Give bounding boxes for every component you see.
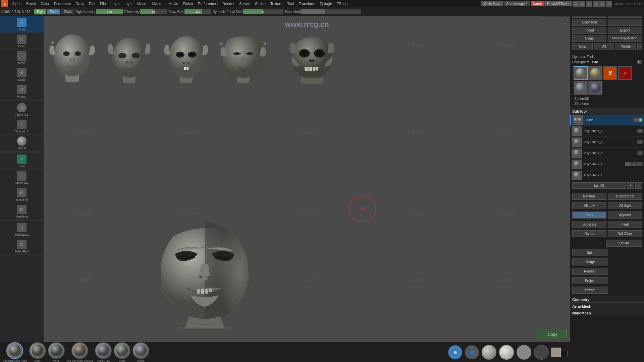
menu-texture[interactable]: Texture — [268, 1, 284, 6]
list-minus-icon[interactable]: − — [635, 182, 642, 189]
tool-selectlasso[interactable]: ∿ SelectLass — [0, 221, 44, 238]
delete-button[interactable]: Delete — [572, 230, 606, 237]
subtool-item-beads[interactable]: Beads — [570, 115, 644, 126]
hardsurface-button[interactable]: Narsh — [531, 1, 544, 6]
menu-zscript[interactable]: ZScript — [335, 1, 351, 6]
list-all-button[interactable]: List All — [572, 182, 626, 189]
subtool-item-polysphere1[interactable]: PolySphere_1 — [570, 170, 644, 181]
duplicate-button[interactable]: Duplicate — [572, 221, 606, 228]
split-button[interactable]: Split — [572, 249, 608, 256]
polysphere-r-btn[interactable]: R — [637, 60, 642, 64]
arraymesh-section-title[interactable]: ArrayMesh — [570, 303, 644, 309]
remesh-button[interactable]: Remesh — [572, 268, 608, 275]
canvas-corner-button[interactable]: □ — [564, 17, 570, 22]
extract-button[interactable]: Extract — [572, 287, 608, 294]
thumb-sphere-elias[interactable] — [574, 81, 588, 95]
brush-thumb-transdraw[interactable] — [95, 342, 112, 359]
brush-thumb-tripdayube[interactable] — [71, 342, 88, 359]
defaultscript-button[interactable]: Default/ZScript — [544, 1, 572, 6]
zsub-mode-button[interactable]: Zsub — [61, 9, 74, 14]
tool-masklasso[interactable]: ≡ MaskLaw — [0, 170, 44, 186]
brushmod-slider[interactable] — [301, 9, 361, 14]
subtool-item-polysphere6[interactable]: PolySphere_6 ■ ■ 👁 — [570, 159, 644, 170]
menu-picker[interactable]: Picker — [181, 1, 195, 6]
rename-button[interactable]: Rename — [572, 193, 606, 200]
tool-layer1[interactable]: ≡ L.tm — [0, 153, 44, 170]
menu-zplugin[interactable]: Zplugin — [318, 1, 334, 6]
brush-thumb-move[interactable] — [48, 342, 65, 359]
menu-document[interactable]: Document — [52, 1, 73, 6]
subtool-vis-ps6-1[interactable]: ■ — [625, 162, 631, 166]
thumb-polysphere[interactable] — [574, 66, 588, 80]
menu-alpha[interactable]: Alpha — [10, 1, 23, 6]
bottom-icon-1[interactable]: ⊕ — [448, 345, 462, 359]
all-low-button[interactable]: All Low — [572, 202, 606, 209]
menu-marker[interactable]: Marker — [150, 1, 166, 6]
seethrough-button[interactable]: See-through 0 — [503, 1, 530, 6]
material-sphere-icon[interactable] — [517, 345, 531, 360]
append-button[interactable]: Append — [608, 212, 642, 219]
clone-button[interactable]: Clone — [572, 35, 606, 42]
menu-draw[interactable]: Draw — [73, 1, 86, 6]
brush-thumb-mow[interactable] — [29, 342, 46, 359]
nanomesh-section-title[interactable]: NanoMesh — [570, 309, 644, 316]
brush-thumb-slash[interactable] — [114, 342, 130, 359]
copy-action-button[interactable]: Copy — [538, 330, 567, 339]
tool-texture[interactable]: T Texture .0 — [0, 118, 44, 135]
color-swatch-secondary[interactable] — [561, 351, 568, 357]
subtool-item-polysphere3[interactable]: PolySphere_3 👁 — [570, 126, 644, 137]
subtool-vis-ps3[interactable]: 👁 — [637, 129, 643, 133]
thumb-zspheres[interactable]: S — [603, 66, 617, 80]
subtool-item-polysphere5[interactable]: PolySphere_5 👁 — [570, 148, 644, 159]
copy-tool-input[interactable] — [608, 19, 642, 26]
color-swatch-main[interactable] — [551, 348, 561, 357]
subtool-eye-ps6[interactable]: 👁 — [637, 162, 643, 166]
goz-button[interactable]: GoZ — [572, 43, 593, 50]
geometry-section-title[interactable]: Geometry — [570, 296, 644, 303]
menu-stroke[interactable]: Stroke — [253, 1, 268, 6]
tool-rotate[interactable]: ↺ Rotate — [0, 83, 44, 100]
tool-scale[interactable]: ⟲ Scale — [0, 66, 44, 83]
auto-reorder-button[interactable]: AutoReorder — [608, 193, 642, 200]
menu-layer[interactable]: Layer — [109, 1, 122, 6]
menu-file[interactable]: File — [98, 1, 108, 6]
thumb-sphere3d[interactable] — [588, 66, 602, 80]
insert-button[interactable]: Insert — [608, 221, 642, 228]
canvas-area[interactable]: □ www.rrcg.cn 人人素材区 人人素材区 人人素材区 人人素材区 人人… — [44, 16, 570, 342]
tool-maskmat[interactable]: M MaskMat — [0, 203, 44, 220]
copy-tool-button[interactable]: Copy Tool — [572, 19, 606, 26]
tool-selectrect[interactable]: □ SelectRect — [0, 238, 44, 255]
copy-button[interactable]: Copy — [572, 212, 606, 219]
project-button[interactable]: Project — [572, 277, 608, 284]
sky-dome-icon[interactable] — [482, 345, 496, 360]
brush-thumb-inflate[interactable] — [132, 342, 149, 359]
menu-render[interactable]: Render — [220, 1, 236, 6]
icon-btn-1[interactable]: □ — [573, 1, 579, 7]
tool-move[interactable]: ↔ Move — [0, 50, 44, 66]
tool-material[interactable]: ● Mat .0 — [0, 135, 44, 152]
all-high-button[interactable]: All High — [608, 202, 642, 209]
rgb-intensity-slider[interactable]: 100 — [96, 9, 123, 14]
icon-btn-4[interactable]: □ — [593, 1, 599, 7]
rgb-mode-button[interactable]: Rgb — [34, 9, 46, 14]
tool-draw[interactable]: □ Draw — [0, 33, 44, 50]
thumb-polysolid[interactable] — [588, 81, 602, 95]
del-other-button[interactable]: Del Other — [608, 230, 642, 237]
icon-btn-2[interactable]: □ — [579, 1, 585, 7]
brush-thumb-standard[interactable] — [6, 342, 23, 359]
bottom-icon-2[interactable]: 👤 — [465, 345, 479, 359]
focal-shift-slider[interactable]: 0 — [243, 9, 283, 14]
menu-transform[interactable]: Transform — [297, 1, 317, 6]
subtool-item-polysphere4[interactable]: PolySphere_4 👁 — [570, 137, 644, 148]
list-plus-icon[interactable]: + — [627, 182, 634, 189]
del-all-button[interactable]: Del All — [606, 240, 642, 247]
subtool-vis-ps4[interactable]: 👁 — [637, 140, 643, 144]
menu-edit[interactable]: Edit — [87, 1, 97, 6]
menu-tool[interactable]: Tool — [285, 1, 296, 6]
quicksave-button[interactable]: QuickSave — [481, 1, 503, 6]
draw-size-slider[interactable]: 217 — [184, 9, 211, 14]
subtool-vis-ps6-2[interactable]: ■ — [631, 162, 637, 166]
merge-button[interactable]: Merge — [572, 258, 608, 265]
import-button[interactable]: Import — [572, 27, 606, 34]
icon-btn-6[interactable]: × — [606, 1, 612, 7]
